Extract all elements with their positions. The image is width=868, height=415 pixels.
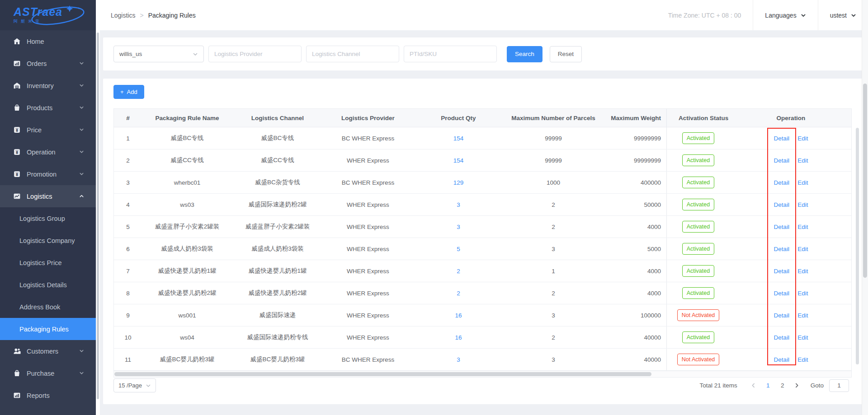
detail-link[interactable]: Detail (774, 201, 790, 208)
edit-link[interactable]: Edit (797, 179, 808, 186)
edit-link[interactable]: Edit (797, 356, 808, 363)
sidebar-item-customers[interactable]: Customers (0, 340, 96, 362)
sidebar-item-logistics-price[interactable]: Logistics Price (0, 252, 96, 274)
edit-link[interactable]: Edit (797, 224, 808, 230)
promotion-icon: ¥ (13, 170, 21, 178)
sidebar-item-inventory[interactable]: Inventory (0, 75, 96, 97)
inventory-icon (13, 82, 21, 90)
languages-menu[interactable]: Languages (753, 0, 817, 30)
chevron-down-icon (79, 371, 84, 376)
sidebar-item-logistics-group[interactable]: Logistics Group (0, 207, 96, 229)
product-qty-link[interactable]: 3 (457, 201, 460, 208)
product-qty-link[interactable]: 5 (457, 246, 460, 252)
max-weight-cell: 40000 (603, 349, 666, 370)
store-select[interactable]: willis_us (113, 46, 204, 62)
detail-link[interactable]: Detail (774, 246, 790, 252)
product-qty-link[interactable]: 154 (453, 135, 464, 142)
sidebar-item-home[interactable]: Home (0, 30, 96, 52)
operation-cell: DetailEdit (730, 260, 852, 282)
rule-name-cell: wherbc01 (142, 172, 232, 193)
sidebar-item-address-book[interactable]: Address Book (0, 296, 96, 318)
page-size-select[interactable]: 15 /Page (113, 378, 156, 392)
detail-link[interactable]: Detail (774, 312, 790, 319)
product-qty-link[interactable]: 3 (457, 224, 460, 230)
page-size-value: 15 /Page (118, 382, 142, 389)
logistics-provider-input[interactable] (208, 46, 302, 62)
sidebar-item-reports[interactable]: Reports (0, 384, 96, 406)
user-menu[interactable]: ustest (818, 0, 868, 30)
activation-status-cell: Activated (666, 127, 730, 149)
detail-link[interactable]: Detail (774, 268, 790, 275)
edit-link[interactable]: Edit (797, 312, 808, 319)
goto-page-input[interactable] (829, 379, 849, 392)
next-page-button[interactable] (792, 380, 802, 392)
table-row: 4ws03威盛国际速递奶粉2罐WHER Express3250000Activa… (114, 194, 851, 216)
sidebar-item-logistics[interactable]: Logistics (0, 185, 96, 207)
sidebar-item-purchase[interactable]: Purchase (0, 362, 96, 384)
edit-link[interactable]: Edit (797, 157, 808, 164)
sidebar-item-promotion[interactable]: ¥Promotion (0, 163, 96, 185)
detail-link[interactable]: Detail (774, 356, 790, 363)
table-row: 1威盛BC专线威盛BC专线BC WHER Express154999999999… (114, 127, 851, 149)
edit-link[interactable]: Edit (797, 334, 808, 341)
detail-link[interactable]: Detail (774, 224, 790, 230)
sidebar-item-label: Operation (27, 149, 79, 156)
product-qty-link[interactable]: 16 (455, 312, 462, 319)
add-button[interactable]: + Add (113, 85, 144, 99)
product-qty-link[interactable]: 129 (453, 179, 464, 186)
reset-button[interactable]: Reset (550, 46, 582, 62)
table-horizontal-scrollbar-thumb[interactable] (114, 372, 651, 376)
topbar: Logistics > Packaging Rules Time Zone: U… (100, 0, 868, 30)
sidebar-scrollbar[interactable] (96, 0, 100, 415)
edit-link[interactable]: Edit (797, 135, 808, 142)
prev-page-button[interactable] (749, 380, 759, 392)
max-weight-cell: 4000 (603, 216, 666, 238)
product-qty-link[interactable]: 2 (457, 290, 460, 297)
edit-link[interactable]: Edit (797, 246, 808, 252)
logistics-channel-input[interactable] (306, 46, 399, 62)
app-root: ASTraea 阿斯米亚 HomeOrdersInventoryProducts… (0, 0, 868, 415)
edit-link[interactable]: Edit (797, 201, 808, 208)
product-qty-link[interactable]: 3 (457, 356, 460, 363)
page-1-button[interactable]: 1 (763, 380, 773, 392)
activation-status-cell: Activated (666, 238, 730, 260)
sidebar-item-label: Price (27, 126, 79, 134)
table-horizontal-scrollbar[interactable] (114, 371, 851, 377)
product-qty-link[interactable]: 16 (455, 334, 462, 341)
sidebar-item-logistics-company[interactable]: Logistics Company (0, 229, 96, 252)
rule-name-cell: ws001 (142, 304, 232, 326)
sidebar-scrollbar-thumb[interactable] (97, 33, 99, 399)
column-header-product-qty: Product Qty (413, 109, 504, 127)
sidebar-item-orders[interactable]: Orders (0, 52, 96, 75)
chevron-down-icon (79, 105, 84, 110)
breadcrumb-item-logistics[interactable]: Logistics (111, 12, 135, 19)
filter-inputs (204, 46, 497, 62)
ptid-sku-input[interactable] (404, 46, 497, 62)
detail-link[interactable]: Detail (774, 135, 790, 142)
max-parcels-cell: 1000 (504, 172, 603, 193)
page-scrollbar-thumb[interactable] (863, 84, 867, 278)
detail-link[interactable]: Detail (774, 290, 790, 297)
sidebar-item-label: Orders (27, 60, 79, 67)
goto-label: Goto (811, 382, 824, 389)
product-qty-link[interactable]: 154 (453, 157, 464, 164)
sidebar-item-logistics-details[interactable]: Logistics Details (0, 274, 96, 296)
table-vertical-scrollbar[interactable] (856, 128, 859, 364)
edit-link[interactable]: Edit (797, 290, 808, 297)
detail-link[interactable]: Detail (774, 334, 790, 341)
svg-text:¥: ¥ (15, 128, 18, 133)
page-scrollbar[interactable] (862, 0, 868, 415)
search-button[interactable]: Search (507, 46, 542, 62)
sidebar-item-packaging-rules[interactable]: Packaging Rules (0, 318, 96, 340)
product-qty-link[interactable]: 2 (457, 268, 460, 275)
sidebar-item-price[interactable]: ¥Price (0, 119, 96, 141)
filter-bar: willis_us Search Reset (103, 37, 863, 70)
edit-link[interactable]: Edit (797, 268, 808, 275)
max-weight-cell: 99999999 (603, 149, 666, 171)
detail-link[interactable]: Detail (774, 179, 790, 186)
sidebar-item-products[interactable]: Products (0, 97, 96, 119)
page-2-button[interactable]: 2 (778, 380, 788, 392)
brand-logo: ASTraea 阿斯米亚 (0, 0, 96, 30)
detail-link[interactable]: Detail (774, 157, 790, 164)
sidebar-item-operation[interactable]: ¥Operation (0, 141, 96, 163)
